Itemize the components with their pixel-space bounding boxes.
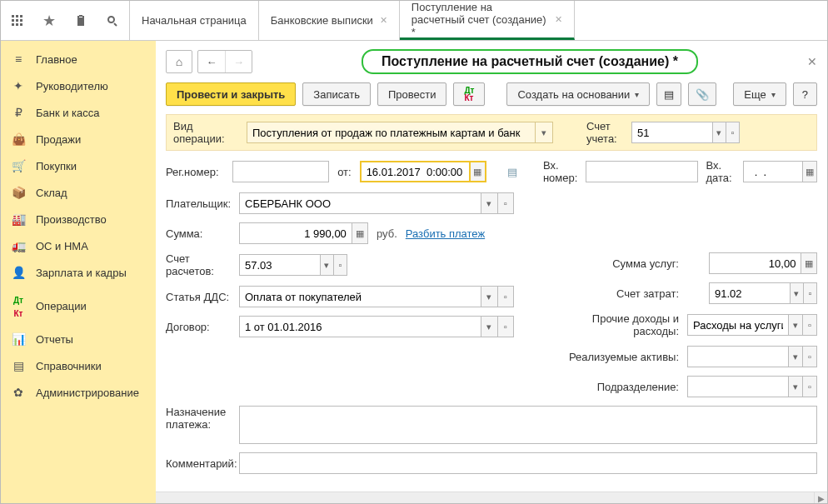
person-icon: 👤 xyxy=(11,266,26,279)
open-button[interactable]: ▫ xyxy=(498,286,514,307)
payer-input[interactable] xyxy=(239,192,481,214)
realized-assets-input[interactable] xyxy=(687,346,789,367)
button-label: ? xyxy=(802,88,808,101)
sidebar-item-reports[interactable]: 📊Отчеты xyxy=(1,326,156,352)
settlement-account-input[interactable] xyxy=(239,254,321,276)
nav-back-button[interactable]: ← xyxy=(198,51,225,72)
calculator-button[interactable]: ▦ xyxy=(352,222,368,244)
open-button[interactable]: ▫ xyxy=(498,316,514,337)
attachments-button[interactable]: 📎 xyxy=(688,82,716,106)
sidebar-item-operations[interactable]: ДтКтОперации xyxy=(1,286,156,326)
sidebar-item-main[interactable]: ≡Главное xyxy=(1,46,156,72)
sidebar-item-label: Главное xyxy=(36,53,77,66)
search-icon[interactable] xyxy=(101,9,124,32)
form-settings-button[interactable]: ▤ xyxy=(656,82,681,106)
dropdown-button[interactable]: ▾ xyxy=(713,122,726,143)
sidebar-item-sales[interactable]: 👜Продажи xyxy=(1,126,156,152)
purpose-textarea[interactable] xyxy=(239,406,817,444)
contract-input[interactable] xyxy=(239,316,481,337)
scroll-right-button[interactable]: ▶ xyxy=(814,492,827,504)
clipboard-icon[interactable] xyxy=(69,9,92,32)
tab-bank-statements[interactable]: Банковские выписки ✕ xyxy=(259,1,400,40)
open-button[interactable]: ▫ xyxy=(726,122,740,143)
in-date-input[interactable] xyxy=(743,161,803,182)
reg-date-input[interactable] xyxy=(360,161,471,182)
dropdown-button[interactable]: ▾ xyxy=(481,316,497,337)
amount-label: Сумма: xyxy=(166,227,231,240)
dropdown-button[interactable]: ▾ xyxy=(789,376,803,397)
open-button[interactable]: ▫ xyxy=(803,376,817,397)
subdivision-input[interactable] xyxy=(687,376,789,397)
operation-type-input[interactable] xyxy=(247,122,536,143)
horizontal-scrollbar[interactable] xyxy=(156,492,814,504)
calculator-button[interactable]: ▦ xyxy=(801,252,817,274)
chevron-down-icon: ▾ xyxy=(635,90,639,99)
sidebar: ≡Главное ✦Руководителю ₽Банк и касса 👜Пр… xyxy=(1,41,156,504)
doc-icon[interactable]: ▤ xyxy=(507,166,517,178)
sidebar-item-purchases[interactable]: 🛒Покупки xyxy=(1,152,156,179)
write-button[interactable]: Записать xyxy=(302,82,371,106)
box-icon: 📦 xyxy=(11,186,26,199)
tab-receipt-create[interactable]: Поступление на расчетный счет (создание)… xyxy=(400,1,575,40)
sidebar-item-label: Операции xyxy=(36,300,87,312)
post-button[interactable]: Провести xyxy=(377,82,447,106)
sidebar-item-os-nma[interactable]: 🚛ОС и НМА xyxy=(1,232,156,259)
sidebar-item-bank[interactable]: ₽Банк и касса xyxy=(1,99,156,126)
post-and-close-button[interactable]: Провести и закрыть xyxy=(166,82,296,106)
calendar-button[interactable]: ▦ xyxy=(803,161,817,182)
comment-input[interactable] xyxy=(239,452,817,474)
sidebar-item-manager[interactable]: ✦Руководителю xyxy=(1,72,156,99)
more-button[interactable]: Еще▾ xyxy=(733,82,786,106)
account-label: Счет учета: xyxy=(586,120,623,145)
service-amount-label: Сумма услуг: xyxy=(554,257,679,270)
reg-number-label: Рег.номер: xyxy=(166,166,224,178)
in-number-input[interactable] xyxy=(586,161,697,182)
dropdown-button[interactable]: ▾ xyxy=(536,122,553,143)
create-based-button[interactable]: Создать на основании▾ xyxy=(506,82,650,106)
sidebar-item-label: Банк и касса xyxy=(36,107,100,119)
close-form-button[interactable]: ✕ xyxy=(807,55,817,68)
dropdown-button[interactable]: ▾ xyxy=(481,286,497,307)
factory-icon: 🏭 xyxy=(11,212,26,226)
open-button[interactable]: ▫ xyxy=(498,192,514,214)
star-icon[interactable]: ★ xyxy=(37,9,61,32)
sidebar-item-catalogs[interactable]: ▤Справочники xyxy=(1,352,156,379)
dropdown-button[interactable]: ▾ xyxy=(789,314,803,336)
reg-number-input[interactable] xyxy=(232,161,329,182)
tab-start[interactable]: Начальная страница xyxy=(130,1,259,40)
sidebar-item-production[interactable]: 🏭Производство xyxy=(1,206,156,232)
dropdown-button[interactable]: ▾ xyxy=(481,192,497,214)
sidebar-item-admin[interactable]: ✿Администрирование xyxy=(1,379,156,406)
paperclip-icon: 📎 xyxy=(696,88,709,101)
sidebar-item-salary[interactable]: 👤Зарплата и кадры xyxy=(1,259,156,286)
dds-input[interactable] xyxy=(239,286,481,307)
help-button[interactable]: ? xyxy=(793,82,817,106)
amount-input[interactable] xyxy=(239,222,352,244)
other-income-input[interactable] xyxy=(687,314,789,336)
cost-account-input[interactable] xyxy=(709,282,791,304)
book-icon: ▤ xyxy=(11,359,26,372)
open-button[interactable]: ▫ xyxy=(334,254,347,276)
tab-label: Начальная страница xyxy=(142,14,247,27)
account-input[interactable] xyxy=(631,122,713,143)
open-button[interactable]: ▫ xyxy=(803,346,817,367)
close-icon[interactable]: ✕ xyxy=(555,14,562,25)
service-amount-input[interactable] xyxy=(709,252,801,274)
sidebar-item-label: Покупки xyxy=(36,160,77,172)
chart-icon: 📊 xyxy=(11,332,26,346)
page-title: Поступление на расчетный счет (создание)… xyxy=(362,49,698,74)
dropdown-button[interactable]: ▾ xyxy=(789,346,803,367)
calendar-button[interactable]: ▦ xyxy=(471,161,486,182)
open-button[interactable]: ▫ xyxy=(804,282,817,304)
sidebar-item-warehouse[interactable]: 📦Склад xyxy=(1,179,156,206)
apps-icon[interactable] xyxy=(6,9,29,32)
open-button[interactable]: ▫ xyxy=(803,314,817,336)
dtkt-button[interactable]: ДтКт xyxy=(453,82,485,106)
close-icon[interactable]: ✕ xyxy=(380,15,387,26)
dropdown-button[interactable]: ▾ xyxy=(321,254,334,276)
dropdown-button[interactable]: ▾ xyxy=(791,282,804,304)
split-payment-link[interactable]: Разбить платеж xyxy=(406,227,485,240)
home-button[interactable]: ⌂ xyxy=(166,50,192,73)
nav-forward-button[interactable]: → xyxy=(225,51,252,72)
in-date-label: Вх. дата: xyxy=(706,159,735,184)
